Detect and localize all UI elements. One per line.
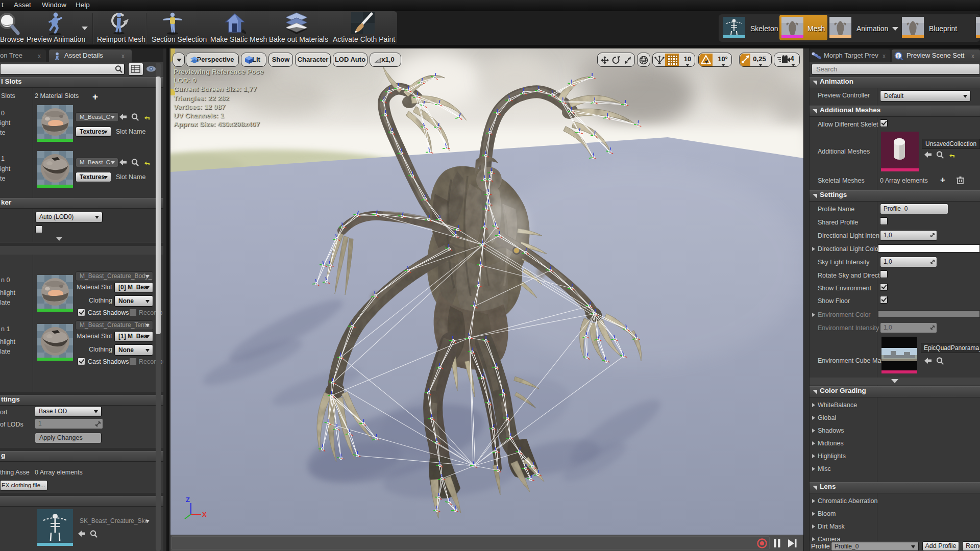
svg-text:Z: Z bbox=[186, 496, 190, 504]
svg-text:X: X bbox=[202, 511, 207, 518]
svg-text:i: i bbox=[897, 53, 899, 59]
